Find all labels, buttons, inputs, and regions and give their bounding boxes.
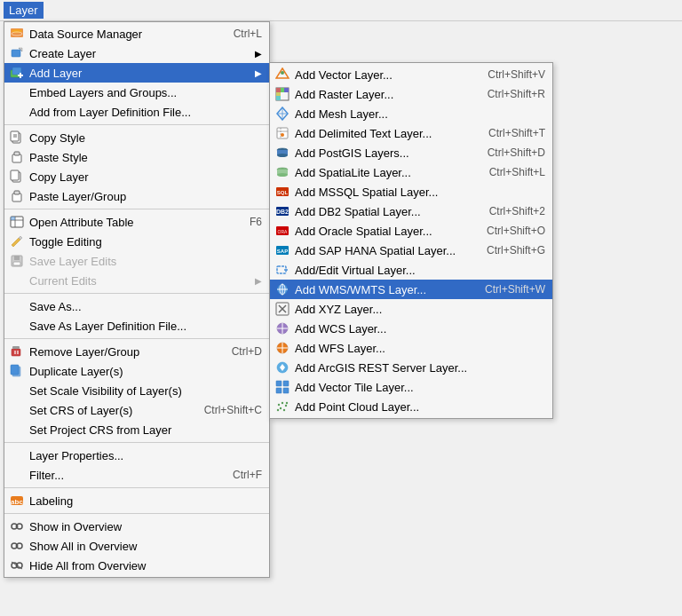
edit-icon	[8, 233, 26, 250]
paste-style-label: Paste Style	[29, 151, 262, 164]
sub-item-add-delimited[interactable]: Add Delimited Text Layer... Ctrl+Shift+T	[270, 123, 552, 143]
sub-item-add-mssql[interactable]: SQL Add MSSQL Spatial Layer...	[270, 182, 552, 201]
sub-item-add-point-cloud[interactable]: Add Point Cloud Layer...	[270, 397, 552, 416]
menu-item-copy-style[interactable]: Copy Style	[4, 128, 269, 147]
menu-item-save-as-def[interactable]: Save As Layer Definition File...	[4, 316, 269, 336]
menu-bar[interactable]: Layer	[0, 0, 682, 21]
svg-point-98	[282, 402, 283, 404]
virtual-icon	[274, 263, 291, 277]
add-db2-shortcut: Ctrl+Shift+2	[489, 205, 545, 217]
svg-rect-55	[276, 96, 281, 100]
arcgis-icon	[274, 360, 291, 375]
show-all-overview-label: Show All in Overview	[29, 540, 262, 553]
create-layer-arrow: ▶	[255, 49, 262, 59]
add-db2-label: Add DB2 Spatial Layer...	[295, 205, 472, 218]
menu-item-create-layer[interactable]: Create Layer ▶	[4, 43, 269, 63]
label-icon: abc	[8, 492, 26, 509]
menu-item-open-attr-table[interactable]: Open Attribute Table F6	[4, 212, 269, 232]
menu-item-save-layer-edits[interactable]: Save Layer Edits	[4, 251, 269, 271]
separator-7	[4, 513, 269, 514]
vector-tile-icon	[274, 380, 291, 394]
filter-label: Filter...	[29, 469, 215, 482]
menu-item-filter[interactable]: Filter... Ctrl+F	[4, 465, 269, 485]
menu-item-save-as[interactable]: Save As...	[4, 296, 269, 316]
mssql-icon: SQL	[274, 185, 291, 199]
separator-1	[4, 124, 269, 125]
menu-item-copy-layer[interactable]: Copy Layer	[4, 167, 269, 186]
sub-item-add-xyz[interactable]: Add XYZ Layer...	[270, 299, 552, 319]
menu-item-embed-layers[interactable]: Embed Layers and Groups...	[4, 83, 269, 102]
menu-item-show-all-overview[interactable]: Show All in Overview	[4, 536, 269, 556]
vector-icon	[274, 67, 291, 82]
add-postgis-label: Add PostGIS Layers...	[295, 146, 470, 160]
paste-layer-icon	[8, 187, 26, 205]
svg-point-68	[277, 173, 288, 177]
overview-all-icon	[8, 537, 26, 555]
menu-item-layer-properties[interactable]: Layer Properties...	[4, 446, 269, 465]
sub-item-add-spatialite[interactable]: Add SpatiaLite Layer... Ctrl+Shift+L	[270, 162, 552, 182]
sub-item-add-virtual[interactable]: Add/Edit Virtual Layer...	[270, 260, 552, 280]
add-sap-shortcut: Ctrl+Shift+G	[487, 244, 545, 257]
menu-bar-layer[interactable]: Layer	[4, 2, 44, 19]
sub-item-add-mesh[interactable]: Add Mesh Layer...	[270, 104, 552, 123]
sub-item-add-vector-tile[interactable]: Add Vector Tile Layer...	[270, 377, 552, 397]
sub-item-add-wms-wmts[interactable]: Add WMS/WMTS Layer... Ctrl+Shift+W	[270, 280, 552, 299]
menu-item-data-source-manager[interactable]: Data Source Manager Ctrl+L	[4, 24, 269, 43]
menu-item-paste-style[interactable]: Paste Style	[4, 147, 269, 167]
menu-item-remove-layer[interactable]: Remove Layer/Group Ctrl+D	[4, 342, 269, 361]
add-layer-label: Add Layer	[29, 67, 248, 80]
sub-item-add-oracle[interactable]: ORA Add Oracle Spatial Layer... Ctrl+Shi…	[270, 221, 552, 241]
menu-item-add-layer[interactable]: Add Layer ▶	[4, 63, 269, 83]
menu-item-set-crs[interactable]: Set CRS of Layer(s) Ctrl+Shift+C	[4, 400, 269, 420]
svg-point-40	[16, 525, 19, 528]
svg-text:DB2: DB2	[276, 209, 289, 215]
svg-rect-16	[14, 152, 20, 155]
menu-item-hide-all-overview[interactable]: Hide All from Overview	[4, 556, 269, 575]
menu-item-current-edits[interactable]: Current Edits ▶	[4, 271, 269, 290]
save-as-label: Save As...	[29, 300, 262, 313]
svg-rect-95	[276, 388, 282, 393]
menu-item-toggle-editing[interactable]: Toggle Editing	[4, 232, 269, 251]
svg-point-99	[285, 405, 287, 407]
remove-layer-shortcut: Ctrl+D	[232, 345, 262, 358]
svg-point-97	[278, 404, 280, 406]
svg-point-103	[286, 402, 288, 404]
svg-rect-51	[276, 88, 281, 92]
menu-item-duplicate-layer[interactable]: Duplicate Layer(s)	[4, 361, 269, 381]
sub-item-add-vector[interactable]: Add Vector Layer... Ctrl+Shift+V	[270, 65, 552, 84]
svg-rect-52	[281, 88, 284, 92]
add-virtual-label: Add/Edit Virtual Layer...	[295, 264, 545, 277]
wfs-icon	[274, 341, 291, 355]
svg-text:SAP: SAP	[277, 249, 288, 254]
sub-item-add-raster[interactable]: Add Raster Layer... Ctrl+Shift+R	[270, 84, 552, 104]
menu-item-labeling[interactable]: abc Labeling	[4, 491, 269, 510]
menu-item-paste-layer-group[interactable]: Paste Layer/Group	[4, 186, 269, 206]
add-sap-label: Add SAP HANA Spatial Layer...	[295, 244, 469, 257]
menu-item-add-from-def[interactable]: Add from Layer Definition File...	[4, 102, 269, 122]
add-mssql-label: Add MSSQL Spatial Layer...	[295, 186, 545, 199]
svg-rect-31	[12, 346, 20, 349]
sub-item-add-postgis[interactable]: Add PostGIS Layers... Ctrl+Shift+D	[270, 143, 552, 162]
menu-item-set-scale-vis[interactable]: Set Scale Visibility of Layer(s)	[4, 381, 269, 400]
svg-rect-4	[12, 50, 20, 57]
svg-rect-35	[11, 365, 19, 375]
add-point-cloud-label: Add Point Cloud Layer...	[295, 400, 545, 414]
sub-item-add-arcgis[interactable]: Add ArcGIS REST Server Layer...	[270, 358, 552, 377]
menu-item-show-in-overview[interactable]: Show in Overview	[4, 517, 269, 536]
menu-container: Data Source Manager Ctrl+L Create Layer …	[4, 21, 270, 578]
sub-item-add-sap[interactable]: SAP Add SAP HANA Spatial Layer... Ctrl+S…	[270, 241, 552, 260]
svg-point-100	[280, 407, 282, 409]
duplicate-layer-label: Duplicate Layer(s)	[29, 365, 262, 378]
add-wms-label: Add WMS/WMTS Layer...	[295, 283, 467, 296]
paste-style-icon	[8, 148, 26, 166]
show-in-overview-label: Show in Overview	[29, 520, 262, 533]
menu-item-set-project-crs[interactable]: Set Project CRS from Layer	[4, 420, 269, 439]
remove-icon	[8, 343, 26, 360]
add-delimited-label: Add Delimited Text Layer...	[295, 127, 471, 140]
sub-item-add-wfs[interactable]: Add WFS Layer...	[270, 338, 552, 358]
svg-point-101	[283, 409, 285, 411]
sub-item-add-db2[interactable]: DB2 Add DB2 Spatial Layer... Ctrl+Shift+…	[270, 201, 552, 221]
sub-item-add-wcs[interactable]: Add WCS Layer...	[270, 319, 552, 338]
separator-3	[4, 293, 269, 294]
svg-point-102	[277, 409, 279, 411]
